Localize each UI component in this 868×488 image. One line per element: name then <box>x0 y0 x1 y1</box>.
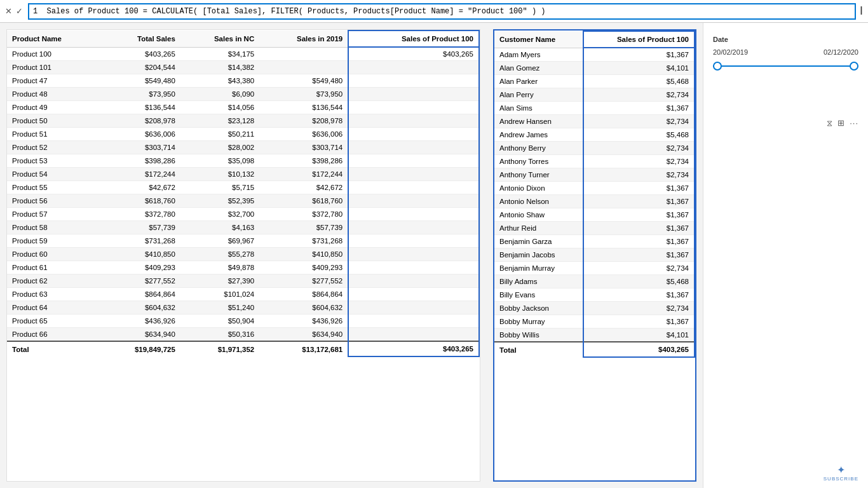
cell-customer: Alan Parker <box>494 75 583 88</box>
cell-sales-2019: $731,268 <box>259 234 348 248</box>
cell-sales-p100 <box>348 141 479 154</box>
right-table-row: Bobby Jackson $2,734 <box>494 302 695 315</box>
right-table-container: Customer Name Sales of Product 100 Adam … <box>493 29 696 482</box>
left-table-row: Product 66 $634,940 $50,316 $634,940 <box>7 328 479 342</box>
left-table-row: Product 51 $636,006 $50,211 $636,006 <box>7 128 479 141</box>
main-content: Product Name Total Sales Sales in NC Sal… <box>0 23 868 488</box>
cell-customer-sales: $2,734 <box>583 88 695 102</box>
right-table-row: Billy Evans $1,367 <box>494 288 695 302</box>
right-table-scroll[interactable]: Customer Name Sales of Product 100 Adam … <box>494 30 695 358</box>
right-table-row: Benjamin Murray $2,734 <box>494 262 695 275</box>
footer-label: Total <box>7 341 100 356</box>
cell-sales-nc: $5,715 <box>180 181 259 194</box>
cell-sales-2019: $172,244 <box>259 168 348 181</box>
cell-sales-nc: $14,056 <box>180 101 259 114</box>
confirm-icon[interactable]: ✓ <box>16 6 23 16</box>
cell-customer: Antonio Shaw <box>494 208 583 222</box>
left-table-row: Product 56 $618,760 $52,395 $618,760 <box>7 194 479 208</box>
date-slicer-dates: 20/02/2019 02/12/2020 <box>713 48 858 56</box>
table-icon[interactable]: ⊞ <box>837 118 844 128</box>
more-icon[interactable]: ··· <box>850 118 858 128</box>
cell-sales-2019: $410,850 <box>259 248 348 261</box>
cursor-icon: I <box>860 4 863 18</box>
cell-product: Product 56 <box>7 194 100 208</box>
cell-sales-2019: $136,544 <box>259 101 348 114</box>
col-total-sales: Total Sales <box>100 30 180 47</box>
cell-sales-nc: $10,132 <box>180 168 259 181</box>
cell-sales-nc: $34,175 <box>180 47 259 61</box>
footer-total-sales: $19,849,725 <box>100 341 180 356</box>
slider-handle-right[interactable] <box>850 62 858 71</box>
date-start: 20/02/2019 <box>713 48 748 56</box>
cell-product: Product 63 <box>7 288 100 301</box>
cell-sales-p100 <box>348 221 479 234</box>
footer-customer-sales: $403,265 <box>583 342 695 357</box>
cell-product: Product 62 <box>7 274 100 288</box>
cell-product: Product 52 <box>7 141 100 154</box>
cell-customer: Bobby Murray <box>494 315 583 329</box>
subscribe-icon: ✦ <box>837 464 845 476</box>
cell-sales-nc: $14,382 <box>180 61 259 74</box>
cancel-icon[interactable]: ✕ <box>5 6 12 16</box>
cell-total-sales: $549,480 <box>100 74 180 88</box>
left-table-row: Product 61 $409,293 $49,878 $409,293 <box>7 261 479 274</box>
cell-total-sales: $731,268 <box>100 234 180 248</box>
cell-product: Product 50 <box>7 114 100 128</box>
subscribe-text: SUBSCRIBE <box>824 476 858 482</box>
left-table-row: Product 65 $436,926 $50,904 $436,926 <box>7 315 479 328</box>
cell-total-sales: $73,950 <box>100 88 180 101</box>
cell-product: Product 51 <box>7 128 100 141</box>
cell-total-sales: $136,544 <box>100 101 180 114</box>
slider-handle-left[interactable] <box>713 62 722 71</box>
cell-total-sales: $410,850 <box>100 248 180 261</box>
cell-customer-sales: $2,734 <box>583 155 695 168</box>
cell-customer: Antonio Nelson <box>494 195 583 208</box>
cell-customer: Alan Sims <box>494 102 583 115</box>
right-table-row: Bobby Willis $4,101 <box>494 329 695 342</box>
left-table-row: Product 54 $172,244 $10,132 $172,244 <box>7 168 479 181</box>
left-table-footer: Total $19,849,725 $1,971,352 $13,172,681… <box>7 341 479 356</box>
cell-sales-2019 <box>259 47 348 61</box>
right-table-row: Benjamin Jacobs $1,367 <box>494 248 695 262</box>
cell-product: Product 66 <box>7 328 100 342</box>
cell-product: Product 48 <box>7 88 100 101</box>
footer-sales-2019: $13,172,681 <box>259 341 348 356</box>
cell-customer: Anthony Berry <box>494 142 583 155</box>
col-sales-2019: Sales in 2019 <box>259 30 348 47</box>
cell-sales-2019 <box>259 61 348 74</box>
left-table-scroll[interactable]: Product Name Total Sales Sales in NC Sal… <box>7 30 480 357</box>
cell-product: Product 64 <box>7 301 100 315</box>
right-table-row: Benjamin Garza $1,367 <box>494 235 695 248</box>
cell-sales-2019: $864,864 <box>259 288 348 301</box>
cell-sales-nc: $43,380 <box>180 74 259 88</box>
left-table-row: Product 57 $372,780 $32,700 $372,780 <box>7 208 479 221</box>
filter-icon[interactable]: ⧖ <box>827 118 832 128</box>
cell-sales-p100 <box>348 181 479 194</box>
cell-product: Product 65 <box>7 315 100 328</box>
left-table-row: Product 62 $277,552 $27,390 $277,552 <box>7 274 479 288</box>
cell-total-sales: $42,672 <box>100 181 180 194</box>
cell-customer-sales: $1,367 <box>583 222 695 235</box>
cell-total-sales: $864,864 <box>100 288 180 301</box>
cell-customer-sales: $2,734 <box>583 115 695 128</box>
date-slicer-label: Date <box>713 36 858 43</box>
cell-customer-sales: $4,101 <box>583 329 695 342</box>
cell-sales-2019: $372,780 <box>259 208 348 221</box>
right-table-body: Adam Myers $1,367 Alan Gomez $4,101 Alan… <box>494 48 695 342</box>
formula-input[interactable] <box>28 3 856 20</box>
date-slicer: Date 20/02/2019 02/12/2020 <box>713 36 858 80</box>
date-slicer-slider[interactable] <box>713 60 858 72</box>
cell-sales-p100 <box>348 114 479 128</box>
left-table-row: Product 52 $303,714 $28,002 $303,714 <box>7 141 479 154</box>
cell-sales-p100 <box>348 128 479 141</box>
cell-sales-2019: $57,739 <box>259 221 348 234</box>
cell-sales-p100 <box>348 74 479 88</box>
cell-customer: Benjamin Jacobs <box>494 248 583 262</box>
left-table-row: Product 63 $864,864 $101,024 $864,864 <box>7 288 479 301</box>
cell-sales-nc: $28,002 <box>180 141 259 154</box>
cell-product: Product 58 <box>7 221 100 234</box>
cell-sales-nc: $27,390 <box>180 274 259 288</box>
col-customer-name: Customer Name <box>494 31 583 48</box>
right-table-row: Alan Perry $2,734 <box>494 88 695 102</box>
cell-sales-p100 <box>348 248 479 261</box>
